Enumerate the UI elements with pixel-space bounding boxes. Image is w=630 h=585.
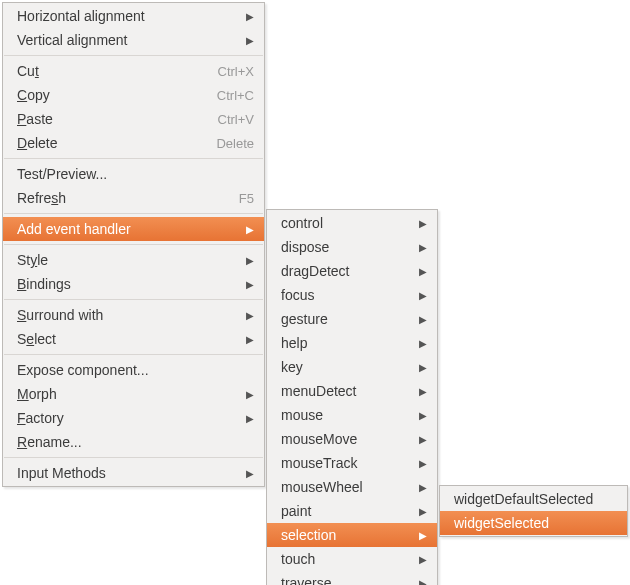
menu-label: control xyxy=(281,215,401,231)
menu-item-bindings[interactable]: Bindings ▶ xyxy=(3,272,264,296)
submenu-events: control ▶ dispose ▶ dragDetect ▶ focus ▶… xyxy=(266,209,438,585)
menu-item-mousewheel[interactable]: mouseWheel ▶ xyxy=(267,475,437,499)
menu-item-dragdetect[interactable]: dragDetect ▶ xyxy=(267,259,437,283)
chevron-right-icon: ▶ xyxy=(419,242,427,253)
menu-item-refresh[interactable]: Refresh F5 xyxy=(3,186,264,210)
chevron-right-icon: ▶ xyxy=(419,506,427,517)
menu-label: Paste xyxy=(17,111,190,127)
menu-item-widgetselected[interactable]: widgetSelected xyxy=(440,511,627,535)
menu-item-delete[interactable]: Delete Delete xyxy=(3,131,264,155)
separator xyxy=(4,244,263,245)
chevron-right-icon: ▶ xyxy=(246,413,254,424)
menu-item-help[interactable]: help ▶ xyxy=(267,331,437,355)
chevron-right-icon: ▶ xyxy=(246,224,254,235)
separator xyxy=(4,55,263,56)
menu-item-focus[interactable]: focus ▶ xyxy=(267,283,437,307)
chevron-right-icon: ▶ xyxy=(419,266,427,277)
menu-item-vertical-alignment[interactable]: Vertical alignment ▶ xyxy=(3,28,264,52)
accelerator: Delete xyxy=(216,136,254,151)
accelerator: Ctrl+C xyxy=(217,88,254,103)
menu-label: Test/Preview... xyxy=(17,166,254,182)
menu-label: Add event handler xyxy=(17,221,228,237)
menu-item-mousetrack[interactable]: mouseTrack ▶ xyxy=(267,451,437,475)
chevron-right-icon: ▶ xyxy=(419,290,427,301)
menu-item-mouse[interactable]: mouse ▶ xyxy=(267,403,437,427)
submenu-selection-handlers: widgetDefaultSelected widgetSelected xyxy=(439,485,628,537)
chevron-right-icon: ▶ xyxy=(419,386,427,397)
menu-item-gesture[interactable]: gesture ▶ xyxy=(267,307,437,331)
separator xyxy=(4,354,263,355)
menu-item-dispose[interactable]: dispose ▶ xyxy=(267,235,437,259)
menu-item-test-preview[interactable]: Test/Preview... xyxy=(3,162,264,186)
menu-item-factory[interactable]: Factory ▶ xyxy=(3,406,264,430)
menu-label: Refresh xyxy=(17,190,211,206)
chevron-right-icon: ▶ xyxy=(246,255,254,266)
menu-item-widgetdefaultselected[interactable]: widgetDefaultSelected xyxy=(440,487,627,511)
menu-item-input-methods[interactable]: Input Methods ▶ xyxy=(3,461,264,485)
menu-label: help xyxy=(281,335,401,351)
menu-label: Bindings xyxy=(17,276,228,292)
menu-label: mouseTrack xyxy=(281,455,401,471)
chevron-right-icon: ▶ xyxy=(246,11,254,22)
menu-label: traverse xyxy=(281,575,401,585)
chevron-right-icon: ▶ xyxy=(419,218,427,229)
menu-label: widgetSelected xyxy=(454,515,617,531)
chevron-right-icon: ▶ xyxy=(419,554,427,565)
menu-label: Style xyxy=(17,252,228,268)
separator xyxy=(4,299,263,300)
chevron-right-icon: ▶ xyxy=(419,482,427,493)
chevron-right-icon: ▶ xyxy=(419,410,427,421)
menu-label: dispose xyxy=(281,239,401,255)
menu-item-control[interactable]: control ▶ xyxy=(267,211,437,235)
menu-item-expose-component[interactable]: Expose component... xyxy=(3,358,264,382)
accelerator: Ctrl+V xyxy=(218,112,254,127)
chevron-right-icon: ▶ xyxy=(419,578,427,586)
menu-item-menudetect[interactable]: menuDetect ▶ xyxy=(267,379,437,403)
menu-label: widgetDefaultSelected xyxy=(454,491,617,507)
separator xyxy=(4,158,263,159)
chevron-right-icon: ▶ xyxy=(246,389,254,400)
chevron-right-icon: ▶ xyxy=(419,458,427,469)
menu-label: dragDetect xyxy=(281,263,401,279)
chevron-right-icon: ▶ xyxy=(246,279,254,290)
menu-item-selection[interactable]: selection ▶ xyxy=(267,523,437,547)
menu-label: Vertical alignment xyxy=(17,32,228,48)
menu-label: Horizontal alignment xyxy=(17,8,228,24)
menu-label: Input Methods xyxy=(17,465,228,481)
chevron-right-icon: ▶ xyxy=(419,434,427,445)
chevron-right-icon: ▶ xyxy=(246,468,254,479)
menu-label: Rename... xyxy=(17,434,254,450)
separator xyxy=(4,213,263,214)
menu-item-paint[interactable]: paint ▶ xyxy=(267,499,437,523)
menu-item-copy[interactable]: Copy Ctrl+C xyxy=(3,83,264,107)
accelerator: F5 xyxy=(239,191,254,206)
menu-item-add-event-handler[interactable]: Add event handler ▶ xyxy=(3,217,264,241)
menu-label: mouseMove xyxy=(281,431,401,447)
menu-label: gesture xyxy=(281,311,401,327)
menu-item-rename[interactable]: Rename... xyxy=(3,430,264,454)
menu-label: focus xyxy=(281,287,401,303)
menu-label: Morph xyxy=(17,386,228,402)
accelerator: Ctrl+X xyxy=(218,64,254,79)
menu-item-surround-with[interactable]: Surround with ▶ xyxy=(3,303,264,327)
menu-item-key[interactable]: key ▶ xyxy=(267,355,437,379)
menu-label: selection xyxy=(281,527,401,543)
chevron-right-icon: ▶ xyxy=(419,314,427,325)
menu-item-traverse[interactable]: traverse ▶ xyxy=(267,571,437,585)
menu-item-paste[interactable]: Paste Ctrl+V xyxy=(3,107,264,131)
menu-item-style[interactable]: Style ▶ xyxy=(3,248,264,272)
menu-item-touch[interactable]: touch ▶ xyxy=(267,547,437,571)
menu-item-morph[interactable]: Morph ▶ xyxy=(3,382,264,406)
chevron-right-icon: ▶ xyxy=(246,310,254,321)
menu-label: touch xyxy=(281,551,401,567)
menu-label: mouseWheel xyxy=(281,479,401,495)
menu-label: Surround with xyxy=(17,307,228,323)
chevron-right-icon: ▶ xyxy=(419,338,427,349)
menu-item-select[interactable]: Select ▶ xyxy=(3,327,264,351)
menu-item-mousemove[interactable]: mouseMove ▶ xyxy=(267,427,437,451)
chevron-right-icon: ▶ xyxy=(419,530,427,541)
menu-item-cut[interactable]: Cut Ctrl+X xyxy=(3,59,264,83)
menu-label: Cut xyxy=(17,63,190,79)
menu-item-horizontal-alignment[interactable]: Horizontal alignment ▶ xyxy=(3,4,264,28)
menu-label: menuDetect xyxy=(281,383,401,399)
